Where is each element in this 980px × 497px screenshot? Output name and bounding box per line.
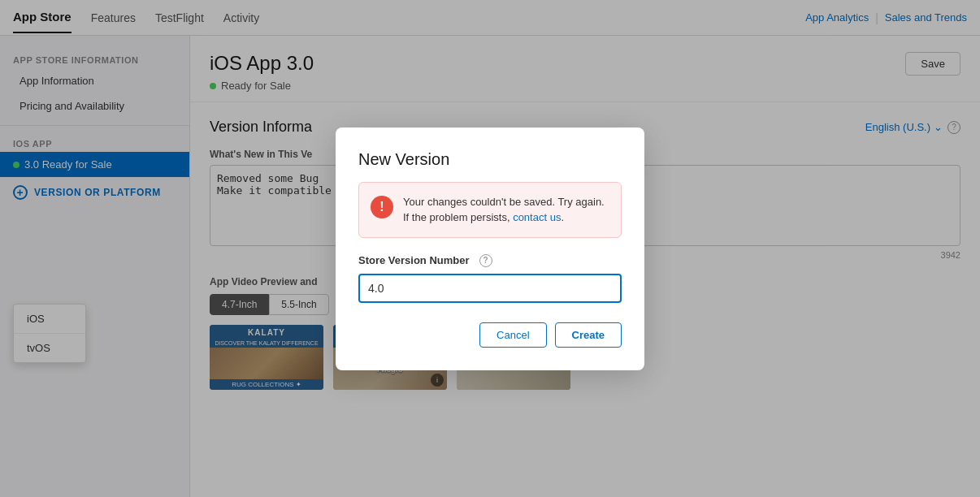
- modal-title: New Version: [358, 150, 622, 169]
- cancel-button[interactable]: Cancel: [479, 322, 546, 348]
- error-link[interactable]: contact us: [513, 211, 561, 223]
- new-version-modal: New Version ! Your changes couldn't be s…: [336, 127, 644, 370]
- store-version-label: Store Version Number ?: [358, 254, 622, 267]
- modal-overlay: New Version ! Your changes couldn't be s…: [0, 0, 980, 497]
- store-version-help-icon[interactable]: ?: [479, 254, 492, 267]
- modal-actions: Cancel Create: [358, 322, 622, 348]
- create-button[interactable]: Create: [555, 322, 622, 348]
- error-icon: !: [371, 196, 393, 218]
- error-text: Your changes couldn't be saved. Try agai…: [403, 194, 609, 226]
- store-version-input[interactable]: [358, 274, 622, 303]
- error-box: ! Your changes couldn't be saved. Try ag…: [358, 182, 622, 238]
